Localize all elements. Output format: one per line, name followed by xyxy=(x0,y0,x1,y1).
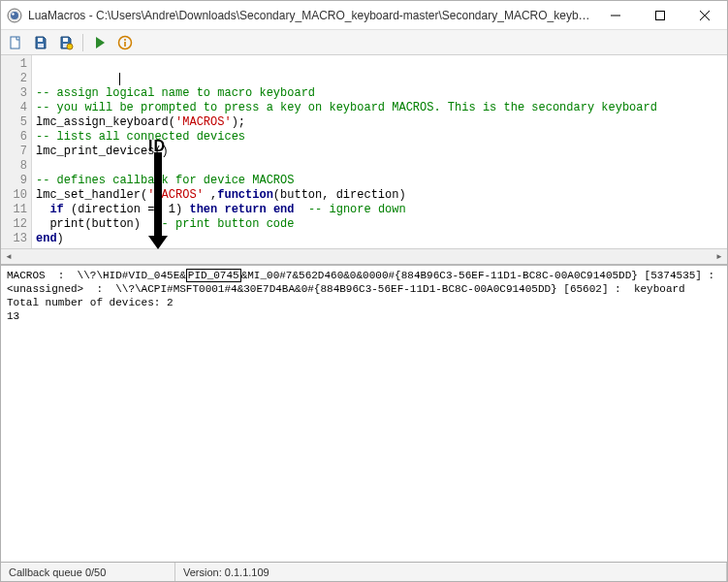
svg-rect-8 xyxy=(38,38,43,42)
svg-rect-7 xyxy=(11,37,19,48)
svg-point-12 xyxy=(67,44,73,49)
output-panel[interactable]: MACROS : \\?\HID#VID_045E&PID_0745&MI_00… xyxy=(1,265,727,562)
svg-rect-10 xyxy=(63,38,68,42)
status-callback-queue: Callback queue 0/50 xyxy=(1,563,175,581)
new-file-button[interactable] xyxy=(5,32,26,53)
svg-rect-9 xyxy=(38,44,44,48)
app-icon xyxy=(7,8,22,23)
scroll-left-arrow[interactable]: ◄ xyxy=(1,249,16,265)
window-title: LuaMacros - C:\Users\Andre\Downloads\Sec… xyxy=(28,9,593,22)
svg-rect-4 xyxy=(656,11,665,19)
editor-horizontal-scrollbar[interactable]: ◄ ► xyxy=(1,249,727,265)
code-editor-panel: 12345678910111213 -- assign logical name… xyxy=(1,55,727,249)
scroll-right-arrow[interactable]: ► xyxy=(712,249,727,265)
svg-point-2 xyxy=(12,13,14,15)
svg-rect-16 xyxy=(124,42,126,47)
svg-point-1 xyxy=(11,12,18,19)
maximize-button[interactable] xyxy=(638,1,682,29)
info-button[interactable] xyxy=(114,32,136,53)
code-editor[interactable]: -- assign logical name to macro keyboard… xyxy=(32,55,727,248)
toolbar-separator xyxy=(82,34,83,51)
pid-highlight: PID_0745 xyxy=(186,269,241,282)
svg-marker-13 xyxy=(96,37,105,48)
svg-point-15 xyxy=(124,39,126,41)
status-bar: Callback queue 0/50 Version: 0.1.1.109 xyxy=(1,562,727,581)
toolbar xyxy=(1,30,727,55)
save-button[interactable] xyxy=(30,32,51,53)
status-version: Version: 0.1.1.109 xyxy=(175,563,727,581)
minimize-button[interactable] xyxy=(593,1,638,29)
close-button[interactable] xyxy=(682,1,727,29)
run-button[interactable] xyxy=(89,32,111,53)
save-script-button[interactable] xyxy=(55,32,77,53)
line-number-gutter: 12345678910111213 xyxy=(1,55,32,248)
window-titlebar: LuaMacros - C:\Users\Andre\Downloads\Sec… xyxy=(1,1,727,30)
